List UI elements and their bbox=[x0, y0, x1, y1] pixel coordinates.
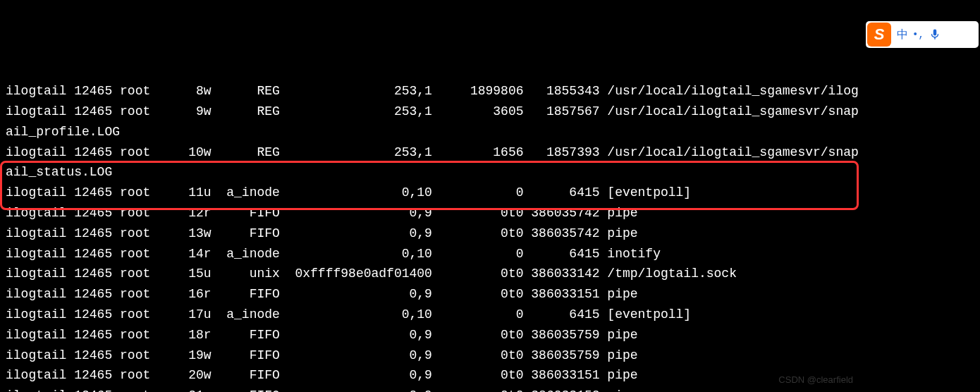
ime-separator: •, bbox=[912, 27, 924, 42]
watermark-text: CSDN @clearfield bbox=[778, 373, 853, 388]
ime-toolbar[interactable]: S 中 •, bbox=[866, 21, 979, 48]
ime-logo-icon[interactable]: S bbox=[867, 23, 891, 47]
ime-logo-letter: S bbox=[874, 22, 885, 47]
ime-mode-indicator[interactable]: 中 bbox=[897, 25, 908, 44]
microphone-icon[interactable] bbox=[929, 28, 941, 41]
terminal-output: ilogtail 12465 root 8w REG 253,1 1899806… bbox=[0, 81, 980, 392]
